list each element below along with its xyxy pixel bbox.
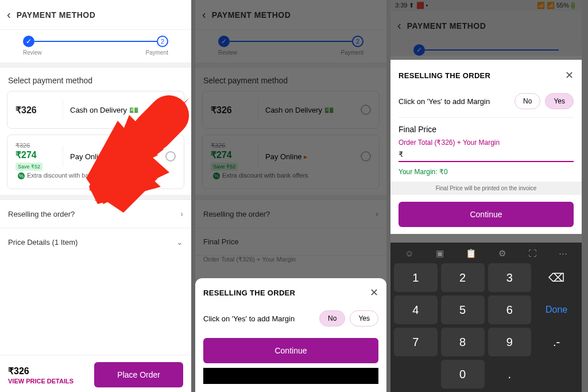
key-4[interactable]: 4	[394, 295, 438, 324]
key-8[interactable]: 8	[441, 328, 485, 356]
key-1[interactable]: 1	[394, 263, 438, 292]
sheet-message: Click on 'Yes' to add Margin	[399, 97, 490, 106]
scan-icon[interactable]: ⛶	[528, 248, 537, 259]
final-price-label: Final Price	[399, 125, 574, 134]
screen-2: ‹PAYMENT METHOD ✓2ReviewPayment Select p…	[195, 0, 386, 392]
gear-icon[interactable]: ⚙	[498, 248, 506, 259]
page-title: PAYMENT METHOD	[17, 10, 96, 20]
step-payment-dot: 2	[157, 36, 168, 47]
chevron-down-icon: ⌄	[176, 237, 183, 247]
step-review-label: Review	[23, 49, 42, 56]
footer-price: ₹326	[8, 366, 74, 376]
percent-icon: %	[18, 172, 25, 179]
key-dash[interactable]: .-	[535, 328, 578, 356]
sheet-title: RESELLING THE ORDER	[399, 71, 490, 80]
key-0[interactable]: 0	[441, 360, 485, 389]
emoji-icon[interactable]: ☺	[405, 248, 413, 259]
reselling-sheet: RESELLING THE ORDER✕ Click on 'Yes' to a…	[195, 278, 386, 392]
key-blank2[interactable]	[535, 360, 578, 389]
online-strike: ₹326	[16, 142, 56, 149]
online-price: ₹274	[16, 149, 56, 160]
key-done[interactable]: Done	[535, 295, 578, 324]
footer: ₹326 VIEW PRICE DETAILS Place Order	[0, 355, 191, 392]
sheet-message: Click on 'Yes' to add Margin	[203, 314, 295, 323]
step-review-dot: ✓	[23, 36, 34, 47]
no-button[interactable]: No	[514, 93, 540, 109]
view-price-details-link[interactable]: VIEW PRICE DETAILS	[8, 378, 74, 385]
screen-1: ‹ PAYMENT METHOD ✓ 2 Review Payment Sele…	[0, 0, 191, 392]
key-5[interactable]: 5	[441, 295, 485, 324]
online-save: Save ₹52	[16, 163, 42, 171]
screen-3: 3:39 ⬆ 🟥 • 📶 📶 55%🔋 ‹PAYMENT METHOD ✓ RE…	[390, 0, 582, 392]
continue-button[interactable]: Continue	[399, 202, 574, 227]
yes-button[interactable]: Yes	[350, 310, 378, 326]
gif-icon[interactable]: ▣	[436, 248, 444, 259]
margin-input[interactable]: ₹	[399, 150, 574, 162]
key-3[interactable]: 3	[488, 263, 532, 292]
step-line	[34, 41, 157, 42]
sheet-title: RESELLING THE ORDER	[203, 289, 295, 297]
more-icon[interactable]: ⋯	[559, 248, 567, 259]
place-order-button[interactable]: Place Order	[94, 362, 183, 387]
key-9[interactable]: 9	[488, 328, 532, 356]
stepper: ✓ 2 Review Payment	[0, 30, 191, 63]
header: ‹ PAYMENT METHOD	[0, 0, 191, 30]
back-icon[interactable]: ‹	[7, 8, 11, 21]
close-icon[interactable]: ✕	[370, 286, 378, 299]
step-payment-label: Payment	[146, 49, 168, 56]
nav-bar	[203, 368, 378, 384]
invoice-note: Final Price will be printed on the invoi…	[390, 182, 582, 195]
key-7[interactable]: 7	[394, 328, 438, 356]
yes-button[interactable]: Yes	[545, 93, 574, 109]
key-blank[interactable]	[394, 360, 438, 389]
key-backspace[interactable]: ⌫	[535, 263, 578, 292]
annotation-arrow-icon	[83, 86, 191, 213]
no-button[interactable]: No	[319, 310, 345, 326]
close-icon[interactable]: ✕	[565, 69, 574, 82]
order-total-text: Order Total (₹326) + Your Margin	[399, 139, 574, 147]
your-margin-text: Your Margin: ₹0	[399, 168, 574, 176]
price-details-row[interactable]: Price Details (1 Item) ⌄	[0, 228, 191, 256]
cod-price: ₹326	[16, 105, 56, 116]
clipboard-icon[interactable]: 📋	[466, 248, 477, 259]
reselling-sheet-expanded: RESELLING THE ORDER✕ Click on 'Yes' to a…	[390, 60, 582, 234]
divider	[0, 63, 191, 68]
key-6[interactable]: 6	[488, 295, 532, 324]
key-dot[interactable]: .	[488, 360, 532, 389]
numeric-keyboard: ☺ ▣ 📋 ⚙ ⛶ ⋯ 1 2 3 ⌫ 4 5 6 Done 7 8 9 .- …	[390, 243, 582, 392]
key-2[interactable]: 2	[441, 263, 485, 292]
continue-button[interactable]: Continue	[203, 338, 378, 363]
